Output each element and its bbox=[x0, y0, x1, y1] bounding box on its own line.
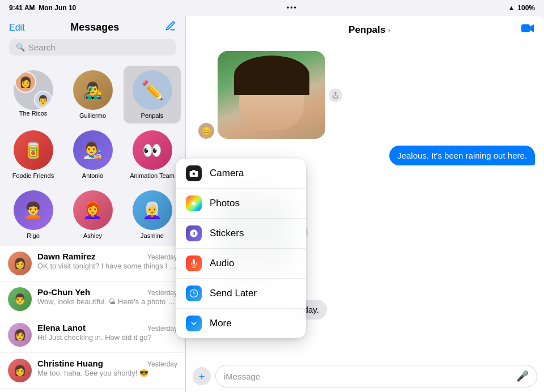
status-time: 9:41 AM Mon Jun 10 bbox=[9, 4, 76, 12]
photos-label: Photos bbox=[210, 198, 240, 209]
elena-name: Elena Lanot bbox=[37, 323, 86, 333]
audio-icon bbox=[186, 255, 202, 271]
penpals-avatar: ✏️ bbox=[133, 70, 172, 110]
popup-item-stickers[interactable]: Stickers bbox=[176, 219, 306, 249]
ricos-label: The Ricos bbox=[19, 110, 48, 117]
dawn-message: OK to visit tonight? I have some things … bbox=[37, 261, 177, 271]
dawn-name: Dawn Ramirez bbox=[37, 252, 96, 261]
christine-name: Christine Huang bbox=[37, 359, 103, 368]
dawn-content: Dawn Ramirez Yesterday OK to visit tonig… bbox=[37, 252, 177, 271]
sender-avatar-small: 😊 bbox=[198, 123, 214, 139]
contact-pin-antonio[interactable]: 👨‍🎨 Antonio bbox=[64, 126, 121, 184]
christine-content: Christine Huang Yesterday Me too, haha. … bbox=[37, 359, 177, 378]
stickers-label: Stickers bbox=[210, 228, 244, 239]
svg-point-4 bbox=[192, 202, 196, 206]
foodie-avatar: 🥫 bbox=[14, 130, 53, 170]
photos-icon bbox=[186, 195, 202, 211]
pochun-message: Wow, looks beautiful. 🌤 Here's a photo o… bbox=[37, 297, 177, 307]
wifi-icon: ▲ bbox=[508, 4, 515, 12]
conv-item-elena[interactable]: 👩 Elena Lanot Yesterday Hi! Just checkin… bbox=[0, 317, 185, 353]
popup-item-photos[interactable]: Photos bbox=[176, 189, 306, 219]
conv-item-pochun[interactable]: 👨 Po-Chun Yeh Yesterday Wow, looks beaut… bbox=[0, 282, 185, 317]
input-placeholder: iMessage bbox=[224, 372, 260, 381]
pochun-content: Po-Chun Yeh Yesterday Wow, looks beautif… bbox=[37, 287, 177, 307]
pochun-name: Po-Chun Yeh bbox=[37, 287, 90, 297]
contact-pin-animation[interactable]: 👀 Animation Team bbox=[124, 126, 181, 184]
camera-icon bbox=[186, 165, 202, 181]
chat-title-wrapper[interactable]: Penpals › bbox=[348, 24, 390, 36]
guillermo-avatar: 👨‍🎤 bbox=[73, 70, 113, 110]
photo-message-in: 😊 bbox=[218, 51, 325, 139]
conversation-list: 👩 Dawn Ramirez Yesterday OK to visit ton… bbox=[0, 246, 185, 392]
more-icon bbox=[186, 316, 202, 331]
dawn-avatar: 👩 bbox=[8, 252, 32, 275]
animation-avatar: 👀 bbox=[133, 130, 172, 170]
jasmine-avatar: 👩‍🦳 bbox=[133, 190, 172, 230]
dawn-time: Yesterday bbox=[147, 253, 177, 261]
pochun-time: Yesterday bbox=[147, 289, 177, 297]
popup-item-camera[interactable]: Camera bbox=[176, 159, 306, 189]
edit-button[interactable]: Edit bbox=[9, 23, 25, 33]
video-call-button[interactable] bbox=[521, 23, 535, 36]
conv-item-christine[interactable]: 👩 Christine Huang Yesterday Me too, haha… bbox=[0, 353, 185, 389]
popup-item-audio[interactable]: Audio bbox=[176, 249, 306, 279]
chat-header: Penpals › bbox=[186, 16, 544, 44]
popup-item-sendlater[interactable]: Send Later bbox=[176, 279, 306, 309]
compose-button[interactable] bbox=[165, 20, 176, 35]
rigo-label: Rigo bbox=[27, 232, 40, 239]
antonio-avatar: 👨‍🎨 bbox=[73, 130, 113, 170]
elena-time: Yesterday bbox=[147, 325, 177, 333]
ashley-label: Ashley bbox=[83, 232, 102, 239]
contact-pin-jasmine[interactable]: 👩‍🦳 Jasmine bbox=[124, 186, 181, 244]
sidebar-header: Edit Messages 🔍 Search bbox=[0, 16, 185, 63]
conv-item-magico[interactable]: 👨 Magico Martinez Yesterday bbox=[0, 389, 185, 392]
elena-content: Elena Lanot Yesterday Hi! Just checking … bbox=[37, 323, 177, 343]
microphone-icon[interactable]: 🎤 bbox=[516, 370, 529, 382]
foodie-label: Foodie Friends bbox=[12, 172, 54, 179]
jasmine-label: Jasmine bbox=[141, 232, 164, 239]
rigo-avatar: 🧑‍🦱 bbox=[14, 190, 53, 230]
stickers-icon bbox=[186, 225, 202, 241]
popup-menu: Camera Photos Stickers bbox=[176, 159, 306, 338]
share-button-1[interactable] bbox=[329, 88, 342, 102]
outgoing-message-1: Jealous. It's been raining out here. bbox=[389, 146, 535, 165]
conv-item-dawn[interactable]: 👩 Dawn Ramirez Yesterday OK to visit ton… bbox=[0, 246, 185, 282]
popup-item-more[interactable]: More bbox=[176, 309, 306, 338]
contact-pin-guillermo[interactable]: 👨‍🎤 Guillermo bbox=[64, 66, 121, 123]
sendlater-icon bbox=[186, 286, 202, 301]
status-dots: ••• bbox=[287, 4, 298, 12]
status-bar: 9:41 AM Mon Jun 10 ••• ▲ 100% bbox=[0, 0, 544, 16]
chevron-right-icon: › bbox=[388, 25, 390, 35]
contact-pin-penpals[interactable]: ✏️ Penpals bbox=[124, 66, 181, 123]
christine-time: Yesterday bbox=[147, 360, 177, 368]
chat-input-bar: ＋ iMessage 🎤 bbox=[186, 360, 544, 392]
more-label: More bbox=[210, 318, 232, 329]
pochun-avatar: 👨 bbox=[8, 287, 32, 311]
contact-pin-rigo[interactable]: 🧑‍🦱 Rigo bbox=[5, 186, 62, 244]
search-placeholder: Search bbox=[28, 42, 56, 52]
camera-label: Camera bbox=[210, 168, 244, 179]
battery-icon: 100% bbox=[517, 4, 535, 12]
pinned-contacts: 👩 👨 The Ricos 👨‍🎤 Guillermo ✏️ Penpals 🥫… bbox=[0, 63, 185, 246]
svg-rect-0 bbox=[521, 24, 530, 32]
guillermo-label: Guillermo bbox=[79, 112, 106, 119]
contact-pin-ashley[interactable]: 👩‍🦰 Ashley bbox=[64, 186, 121, 244]
contact-pin-ricos[interactable]: 👩 👨 The Ricos bbox=[5, 66, 62, 123]
sendlater-label: Send Later bbox=[210, 288, 257, 299]
search-bar[interactable]: 🔍 Search bbox=[9, 39, 176, 56]
ashley-avatar: 👩‍🦰 bbox=[73, 190, 113, 230]
status-icons: ▲ 100% bbox=[508, 4, 535, 12]
plus-button[interactable]: ＋ bbox=[193, 367, 211, 385]
animation-label: Animation Team bbox=[130, 172, 175, 179]
chat-group-name: Penpals bbox=[348, 24, 385, 36]
christine-message: Me too, haha. See you shortly! 😎 bbox=[37, 368, 177, 378]
sidebar-title-row: Edit Messages bbox=[9, 20, 176, 35]
antonio-label: Antonio bbox=[82, 172, 103, 179]
ricos-avatar: 👩 👨 bbox=[14, 70, 53, 110]
photo-container-1 bbox=[218, 51, 325, 139]
search-icon: 🔍 bbox=[16, 43, 25, 52]
sidebar-title: Messages bbox=[70, 22, 119, 33]
contact-pin-foodie[interactable]: 🥫 Foodie Friends bbox=[5, 126, 62, 184]
imessage-input[interactable]: iMessage 🎤 bbox=[215, 365, 537, 387]
elena-message: Hi! Just checking in. How did it go? bbox=[37, 333, 177, 343]
